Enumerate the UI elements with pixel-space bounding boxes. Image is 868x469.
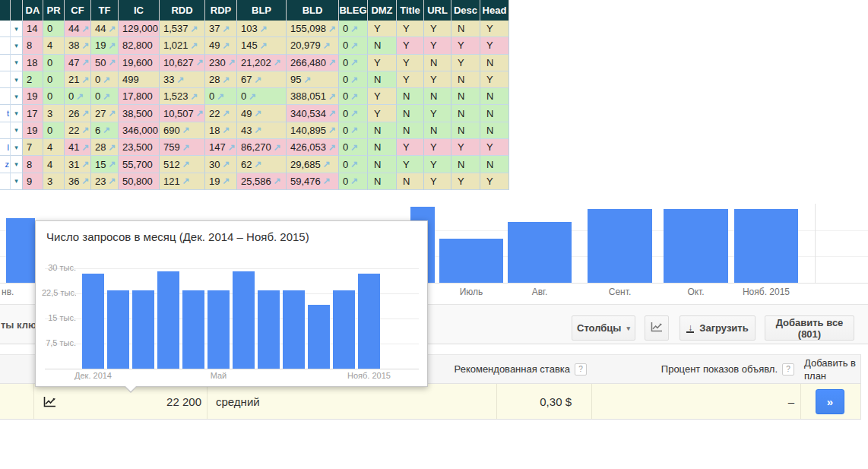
seo-cell: 19 xyxy=(23,88,43,105)
url-fragment[interactable] xyxy=(0,37,11,54)
seo-cell: Y xyxy=(397,55,424,71)
row-expander-icon[interactable]: ▾ xyxy=(11,156,23,173)
trend-up-icon: ↗ xyxy=(81,74,89,85)
seo-header-cell[interactable]: BLD xyxy=(287,0,339,21)
chart-right-border xyxy=(815,204,816,283)
url-fragment[interactable]: t xyxy=(0,105,11,122)
trend-up-icon: ↗ xyxy=(328,108,336,119)
trend-up-icon: ↗ xyxy=(254,108,261,119)
url-fragment[interactable] xyxy=(0,71,11,88)
seo-cell: N xyxy=(397,105,424,122)
row-expander-icon[interactable]: ▾ xyxy=(11,21,23,37)
seo-header-cell[interactable]: URL xyxy=(424,0,451,21)
month-label: Нояб. 2015 xyxy=(734,287,798,297)
seo-cell: Y xyxy=(368,88,397,105)
seo-cell: 0↗ xyxy=(237,88,287,105)
url-fragment[interactable] xyxy=(0,55,11,71)
seo-header-cell[interactable]: PR xyxy=(43,0,65,21)
trend-up-icon: ↗ xyxy=(191,91,198,102)
row-expander-icon[interactable]: ▾ xyxy=(11,122,23,139)
seo-cell: 129,000 xyxy=(119,21,160,37)
seo-cell: Y xyxy=(480,37,509,54)
row-expander-icon[interactable]: ▾ xyxy=(11,173,23,190)
column-divider xyxy=(800,384,801,419)
seo-cell: N xyxy=(451,105,480,122)
seo-cell: Y xyxy=(368,55,397,71)
keywords-tab-fragment[interactable]: ты клю xyxy=(1,319,36,331)
seo-cell: N xyxy=(424,122,451,139)
seo-cell: 28↗ xyxy=(205,71,237,88)
seo-cell: 55,700 xyxy=(119,156,160,173)
column-divider xyxy=(591,384,592,419)
seo-cell: Y xyxy=(424,105,451,122)
seo-cell: N xyxy=(480,156,509,173)
seo-header-cell[interactable]: TF xyxy=(91,0,119,21)
seo-header-cell[interactable]: RDD xyxy=(160,0,205,21)
seo-header-cell[interactable]: Title xyxy=(397,0,424,21)
seo-cell: 22↗ xyxy=(65,122,91,139)
help-icon[interactable]: ? xyxy=(575,363,587,376)
seo-cell: Y xyxy=(451,55,480,71)
download-button[interactable]: ↓ Загрузить xyxy=(680,315,756,341)
seo-cell: N xyxy=(368,122,397,139)
row-expander-icon[interactable]: ▾ xyxy=(11,55,23,71)
seo-cell: 10,627↗ xyxy=(160,55,205,71)
seo-header-cell[interactable]: BLEG xyxy=(339,0,368,21)
seo-cell: N xyxy=(368,71,397,88)
chevron-down-icon: ▾ xyxy=(626,325,630,332)
seo-header-cell[interactable]: Head xyxy=(480,0,509,21)
screenshot-root: DAPRCFTFICRDDRDPBLPBLDBLEGDMZTitleURLDes… xyxy=(0,0,868,469)
popup-title: Число запросов в месяц (Дек. 2014 – Нояб… xyxy=(46,230,309,243)
trend-up-icon: ↗ xyxy=(228,57,236,68)
row-expander-icon[interactable]: ▾ xyxy=(11,71,23,88)
trend-up-icon: ↗ xyxy=(260,40,268,51)
seo-cell: 340,534↗ xyxy=(287,105,339,122)
trend-up-icon: ↗ xyxy=(274,176,281,186)
seo-cell: Y xyxy=(424,139,451,156)
seo-cell: 4 xyxy=(43,139,65,156)
add-to-plan-button[interactable]: » xyxy=(816,389,844,414)
seo-header-cell[interactable]: Desc xyxy=(451,0,480,21)
row-expander-icon[interactable]: ▾ xyxy=(11,37,23,54)
seo-header-cell[interactable]: BLP xyxy=(237,0,287,21)
row-expander-icon[interactable]: ▾ xyxy=(11,139,23,156)
help-icon[interactable]: ? xyxy=(782,363,794,376)
seo-cell: N xyxy=(451,88,480,105)
popup-bar xyxy=(283,290,305,369)
seo-cell: 44↗ xyxy=(91,21,119,37)
trend-up-icon: ↗ xyxy=(108,108,116,119)
x-axis-line xyxy=(45,369,419,369)
seo-cell: 44↗ xyxy=(65,21,91,37)
seo-header-cell[interactable]: CF xyxy=(65,0,91,21)
seo-header-cell[interactable]: DA xyxy=(23,0,43,21)
url-fragment[interactable] xyxy=(0,173,11,190)
seo-cell: N xyxy=(480,105,509,122)
volume-bar xyxy=(588,209,652,283)
chart-toggle-button[interactable] xyxy=(645,315,669,341)
seo-header-cell[interactable]: RDP xyxy=(205,0,237,21)
url-fragment[interactable] xyxy=(0,88,11,105)
row-expander-icon[interactable]: ▾ xyxy=(11,88,23,105)
seo-header-cell[interactable]: IC xyxy=(119,0,160,21)
y-tick-label: 15 тыс. xyxy=(42,313,76,322)
seo-cell: Y xyxy=(368,21,397,37)
volume-bar xyxy=(664,209,728,283)
gridline xyxy=(45,268,419,269)
trend-up-icon: ↗ xyxy=(274,142,281,153)
seo-header-cell[interactable]: DMZ xyxy=(368,0,397,21)
add-all-button[interactable]: Добавить все (801) xyxy=(765,315,854,341)
seo-cell: 0↗ xyxy=(339,139,368,156)
url-fragment[interactable]: z xyxy=(0,156,11,173)
url-fragment[interactable] xyxy=(0,122,11,139)
trend-up-icon: ↗ xyxy=(260,24,268,34)
month-label: Июль xyxy=(439,287,503,297)
seo-cell: N xyxy=(397,173,424,190)
columns-button[interactable]: Столбцы ▾ xyxy=(572,315,635,341)
url-fragment[interactable]: l xyxy=(0,139,11,156)
row-expander-icon[interactable]: ▾ xyxy=(11,105,23,122)
seo-cell: 47↗ xyxy=(65,55,91,71)
seo-cell: 50↗ xyxy=(91,55,119,71)
url-fragment[interactable] xyxy=(0,21,11,37)
trend-chart-icon[interactable] xyxy=(43,396,56,410)
trend-up-icon: ↗ xyxy=(103,74,110,85)
